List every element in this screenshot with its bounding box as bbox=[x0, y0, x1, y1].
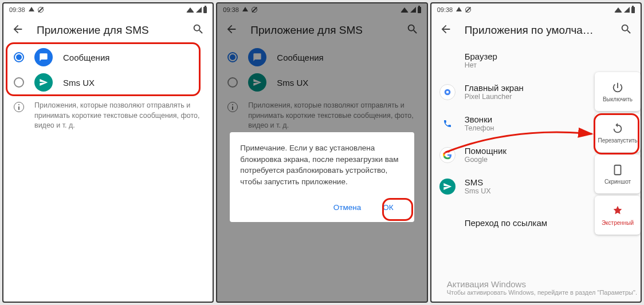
phone-icon bbox=[439, 116, 455, 132]
app-label: Sms UX bbox=[63, 78, 95, 88]
power-label: Экстренный bbox=[602, 220, 634, 226]
list-sub: Телефон bbox=[465, 124, 494, 132]
restart-button[interactable]: Перезапустить bbox=[595, 113, 641, 152]
radio-unselected-icon[interactable] bbox=[14, 77, 24, 88]
back-icon[interactable] bbox=[11, 23, 24, 38]
emergency-button[interactable]: Экстренный bbox=[595, 196, 641, 235]
no-sign-icon bbox=[38, 7, 44, 13]
dialog-text: Примечание. Если у вас установлена блоки… bbox=[240, 142, 403, 187]
page-title: Приложение для SMS bbox=[37, 24, 179, 37]
list-title: Помощник bbox=[465, 146, 506, 156]
power-label: Выключить bbox=[603, 96, 633, 102]
list-title: Главный экран bbox=[465, 83, 524, 93]
info-text: Приложения, которые позволяют отправлять… bbox=[34, 101, 202, 131]
status-time: 09:38 bbox=[9, 6, 25, 13]
confirm-dialog: Примечание. Если у вас установлена блоки… bbox=[230, 132, 414, 222]
back-icon[interactable] bbox=[439, 23, 452, 38]
list-sub: Pixel Launcher bbox=[465, 93, 524, 101]
svg-point-1 bbox=[446, 90, 449, 93]
warning-icon bbox=[29, 7, 34, 11]
list-title: Звонки bbox=[465, 114, 494, 124]
power-label: Скриншот bbox=[604, 179, 631, 185]
battery-icon bbox=[203, 7, 207, 13]
phone-screen-2: 09:38 Приложение для SMS Сообщения bbox=[216, 2, 427, 303]
watermark-sub: Чтобы активировать Windows, перейдите в … bbox=[447, 289, 637, 296]
app-bar: Приложения по умолча… bbox=[431, 16, 641, 45]
screenshot-button[interactable]: Скриншот bbox=[595, 155, 641, 193]
search-icon[interactable] bbox=[192, 23, 205, 38]
list-sub: Sms UX bbox=[465, 187, 491, 195]
svg-rect-2 bbox=[614, 165, 621, 175]
messages-app-icon bbox=[34, 48, 53, 66]
google-icon bbox=[439, 147, 455, 163]
no-sign-icon bbox=[465, 7, 471, 13]
windows-watermark: Активация Windows Чтобы активировать Win… bbox=[447, 279, 637, 296]
status-bar: 09:38 bbox=[431, 3, 641, 16]
info-icon bbox=[14, 102, 24, 112]
ok-button[interactable]: ОК bbox=[377, 200, 399, 215]
cancel-button[interactable]: Отмена bbox=[328, 200, 367, 215]
smsux-app-icon bbox=[34, 73, 53, 92]
phone-screen-1: 09:38 Приложение для SMS Сообщения bbox=[2, 2, 214, 303]
list-title: Браузер bbox=[465, 52, 497, 61]
app-option-smsux[interactable]: Sms UX bbox=[8, 70, 208, 95]
list-sub: Google bbox=[465, 156, 506, 164]
wifi-icon bbox=[186, 7, 194, 13]
power-label: Перезапустить bbox=[598, 137, 637, 144]
signal-icon bbox=[196, 7, 202, 13]
status-bar: 09:38 bbox=[3, 3, 213, 16]
phone-screen-3: 09:38 Приложения по умолча… Браузер Нет bbox=[430, 2, 642, 303]
power-off-button[interactable]: Выключить bbox=[595, 72, 641, 111]
search-icon[interactable] bbox=[620, 23, 633, 38]
list-title: SMS bbox=[465, 177, 491, 187]
watermark-title: Активация Windows bbox=[447, 279, 637, 289]
app-label: Сообщения bbox=[63, 53, 109, 62]
app-option-messages[interactable]: Сообщения bbox=[8, 45, 208, 70]
wifi-icon bbox=[614, 7, 622, 13]
power-menu: Выключить Перезапустить Скриншот Экстрен… bbox=[595, 72, 641, 235]
smsux-icon bbox=[439, 179, 455, 195]
content-area: Сообщения Sms UX Приложения, которые поз… bbox=[3, 45, 213, 302]
radio-selected-icon[interactable] bbox=[14, 52, 24, 62]
battery-icon bbox=[631, 7, 635, 13]
warning-icon bbox=[456, 7, 462, 11]
google-icon bbox=[439, 84, 455, 100]
default-app-browser[interactable]: Браузер Нет bbox=[431, 45, 641, 76]
page-title: Приложения по умолча… bbox=[465, 24, 607, 37]
list-title: Переход по ссылкам bbox=[465, 209, 547, 237]
list-sub: Нет bbox=[465, 61, 497, 69]
app-bar: Приложение для SMS bbox=[3, 16, 213, 45]
status-time: 09:38 bbox=[437, 6, 453, 13]
signal-icon bbox=[624, 7, 630, 13]
info-row: Приложения, которые позволяют отправлять… bbox=[8, 95, 208, 137]
